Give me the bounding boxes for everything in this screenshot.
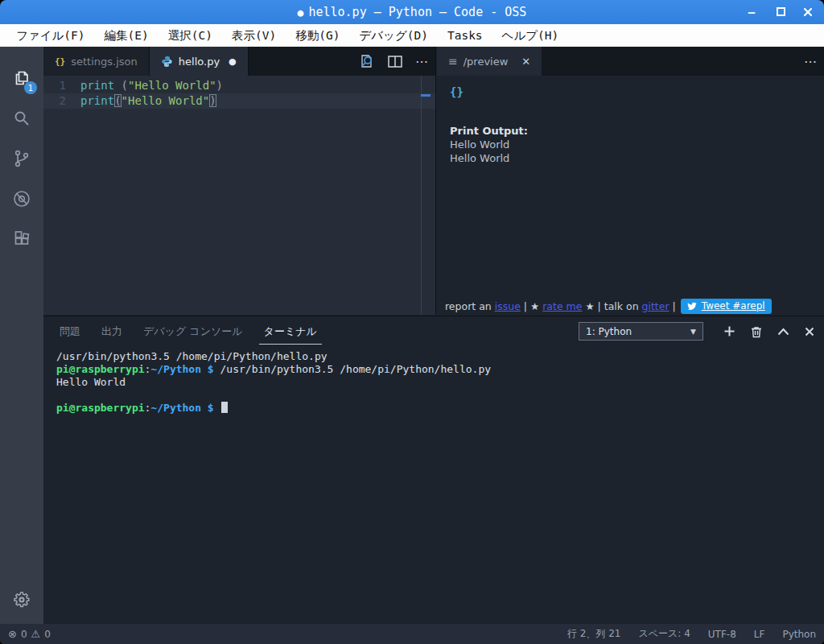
print-output-label: Print Output:: [450, 125, 816, 137]
line-number: 1: [43, 78, 80, 93]
panel-header: 問題 出力 デバッグ コンソール ターミナル 1: Python ▼: [43, 316, 824, 345]
gitter-link[interactable]: gitter: [642, 300, 670, 312]
close-icon: [803, 7, 813, 17]
eol-type[interactable]: LF: [754, 629, 765, 640]
split-editor-icon[interactable]: [388, 56, 402, 68]
menu-go[interactable]: 移動(G): [287, 26, 348, 46]
maximize-button[interactable]: [774, 6, 787, 18]
explorer-badge: 1: [24, 81, 37, 94]
footer-text: |: [670, 300, 679, 312]
activity-extensions[interactable]: [0, 219, 43, 259]
footer-text: report an: [445, 300, 495, 312]
preview-more-actions[interactable]: ⋯: [804, 54, 818, 69]
overview-ruler-mark: [421, 94, 431, 97]
terminal-line: Hello World: [56, 376, 126, 388]
tab-problems[interactable]: 問題: [55, 318, 85, 344]
cursor-position[interactable]: 行 2、列 21: [567, 627, 621, 641]
terminal-output[interactable]: /usr/bin/python3.5 /home/pi/Python/hello…: [56, 350, 818, 621]
menu-tasks[interactable]: Tasks: [439, 27, 491, 44]
minimize-button[interactable]: –: [745, 6, 758, 18]
issue-link[interactable]: issue: [495, 300, 521, 312]
terminal-prompt: pi@raspberrypi:~/Python $: [56, 402, 228, 414]
close-panel-icon[interactable]: [805, 327, 814, 336]
status-bar: ⊗ 0 ⚠ 0 行 2、列 21 スペース: 4 UTF-8 LF Python: [0, 624, 824, 644]
line-number: 2: [43, 93, 80, 109]
git-branch-icon: [11, 148, 32, 169]
menu-file[interactable]: ファイル(F): [8, 26, 93, 46]
activity-bar: 1: [0, 47, 43, 624]
code-line-2: 2 print("Hello World"): [43, 93, 435, 109]
debug-icon: [11, 188, 32, 209]
activity-explorer[interactable]: 1: [0, 58, 43, 98]
overview-ruler[interactable]: [421, 76, 422, 315]
code-editor[interactable]: 1 print ("Hello World") 2 print("Hello W…: [43, 76, 435, 315]
bottom-panel: 問題 出力 デバッグ コンソール ターミナル 1: Python ▼ /usr/…: [43, 316, 824, 624]
print-output-line: Hello World: [450, 152, 816, 164]
twitter-bird-icon: [686, 301, 698, 311]
dirty-dot-icon: ●: [298, 6, 304, 19]
open-preview-icon[interactable]: [359, 53, 375, 69]
activity-source-control[interactable]: [0, 138, 43, 179]
bracket-match: ): [209, 94, 216, 107]
terminal-cursor: [221, 402, 228, 413]
variables-output: {}: [450, 85, 816, 98]
warning-count[interactable]: 0: [44, 629, 51, 640]
tab-terminal[interactable]: ターミナル: [259, 318, 322, 345]
menu-selection[interactable]: 選択(C): [160, 26, 220, 46]
json-icon: {}: [55, 56, 65, 67]
search-icon: [11, 108, 32, 129]
activity-settings[interactable]: [0, 582, 43, 617]
tweet-button[interactable]: Tweet #arepl: [681, 299, 772, 314]
terminal-line: /usr/bin/python3.5 /home/pi/Python/hello…: [56, 350, 328, 362]
footer-text: | ★: [521, 300, 542, 312]
tab-preview[interactable]: ≡ /preview ✕: [437, 47, 542, 76]
preview-footer: report an issue | ★ rate me ★ | talk on …: [437, 297, 824, 315]
vscode-window: ● hello.py — Python — Code - OSS – ファイル(…: [0, 0, 824, 644]
footer-text: ★ | talk on: [582, 300, 641, 312]
tab-output[interactable]: 出力: [97, 318, 127, 344]
new-terminal-icon[interactable]: [723, 325, 735, 337]
tab-hello-py[interactable]: hello.py ●: [150, 47, 249, 76]
tab-label: settings.json: [71, 56, 138, 68]
print-output-line: Hello World: [450, 138, 816, 151]
editor-group: {} settings.json hello.py ●: [43, 47, 436, 315]
bracket-match: (: [114, 94, 121, 107]
terminal-select[interactable]: 1: Python ▼: [579, 322, 703, 341]
title-bar[interactable]: ● hello.py — Python — Code - OSS –: [0, 0, 824, 24]
close-button[interactable]: [803, 7, 816, 17]
error-icon[interactable]: ⊗: [8, 628, 17, 640]
chevron-down-icon: ▼: [690, 328, 696, 336]
gear-icon: [12, 590, 31, 609]
tweet-label: Tweet #arepl: [702, 300, 765, 312]
activity-debug[interactable]: [0, 179, 43, 219]
menu-debug[interactable]: デバッグ(D): [351, 26, 436, 46]
menu-help[interactable]: ヘルプ(H): [494, 26, 567, 46]
code-line-1: 1 print ("Hello World"): [43, 78, 435, 93]
tab-label: hello.py: [179, 56, 220, 68]
tab-settings-json[interactable]: {} settings.json: [43, 47, 150, 76]
error-count[interactable]: 0: [21, 629, 27, 640]
window-title: hello.py — Python — Code - OSS: [308, 5, 526, 19]
rate-link[interactable]: rate me: [542, 300, 582, 312]
preview-tab-bar: ≡ /preview ✕ ⋯: [437, 47, 824, 76]
indentation[interactable]: スペース: 4: [638, 627, 690, 641]
encoding[interactable]: UTF-8: [708, 629, 736, 640]
menu-edit[interactable]: 編集(E): [97, 26, 157, 46]
terminal-select-value: 1: Python: [586, 326, 632, 337]
tab-label: /preview: [464, 56, 509, 68]
menu-view[interactable]: 表示(V): [224, 26, 284, 46]
extensions-icon: [11, 229, 32, 250]
list-icon: ≡: [448, 55, 458, 68]
warning-icon[interactable]: ⚠: [31, 628, 41, 640]
activity-search[interactable]: [0, 98, 43, 138]
python-icon: [161, 56, 173, 68]
preview-group: ≡ /preview ✕ ⋯ {} Print Output: Hello Wo…: [437, 47, 824, 315]
maximize-panel-icon[interactable]: [777, 328, 789, 336]
kill-terminal-icon[interactable]: [751, 325, 762, 338]
close-tab-icon[interactable]: ✕: [521, 56, 530, 68]
tab-debug-console[interactable]: デバッグ コンソール: [138, 318, 248, 344]
editor-more-actions[interactable]: ⋯: [415, 54, 429, 69]
maximize-icon: [777, 7, 785, 16]
editor-tab-bar: {} settings.json hello.py ●: [43, 47, 435, 76]
language-mode[interactable]: Python: [782, 629, 816, 640]
